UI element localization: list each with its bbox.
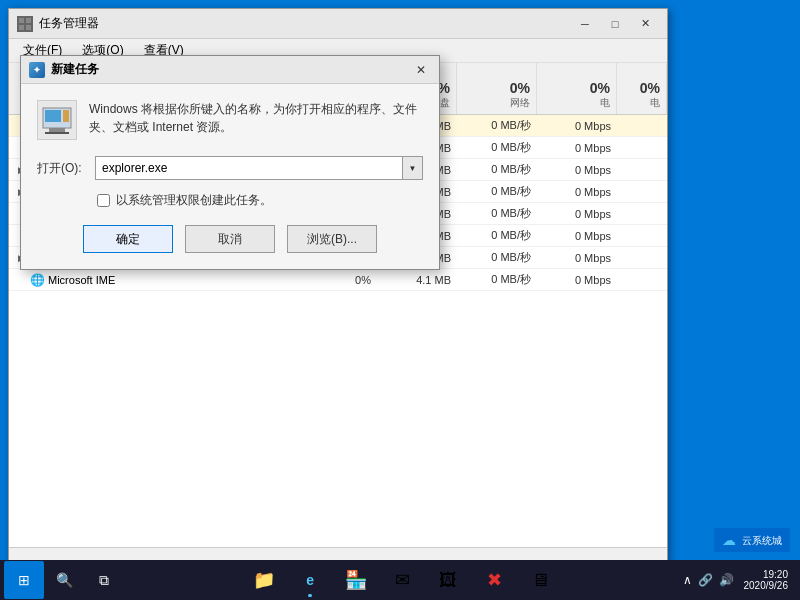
power-pct: 0%: [640, 80, 660, 96]
dialog-title-left: ✦ 新建任务: [29, 61, 99, 78]
svg-rect-5: [45, 110, 61, 122]
watermark-text: 云系统城: [742, 534, 782, 547]
process-name: 🌐 Microsoft IME: [9, 273, 307, 287]
maximize-button[interactable]: □: [601, 14, 629, 34]
disk-cell: 0 MB/秒: [457, 250, 537, 265]
taskbar-app6[interactable]: ✖: [472, 561, 516, 599]
net-usage: 0% 电: [537, 63, 617, 114]
taskbar-edge[interactable]: e: [288, 561, 332, 599]
svg-rect-3: [26, 25, 31, 30]
dialog-body: Windows 将根据你所键入的名称，为你打开相应的程序、文件夹、文档或 Int…: [21, 84, 439, 269]
start-button[interactable]: ⊞: [4, 561, 44, 599]
taskbar-desktop[interactable]: 🖥: [518, 561, 562, 599]
dialog-image: [37, 100, 77, 140]
window-title: 任务管理器: [39, 15, 99, 32]
svg-rect-8: [45, 132, 69, 134]
open-label: 打开(O):: [37, 160, 87, 177]
svg-rect-1: [26, 18, 31, 23]
dialog-info: Windows 将根据你所键入的名称，为你打开相应的程序、文件夹、文档或 Int…: [37, 100, 423, 140]
taskbar-file-explorer[interactable]: 📁: [242, 561, 286, 599]
taskbar-mail[interactable]: ✉: [380, 561, 424, 599]
close-button[interactable]: ✕: [631, 14, 659, 34]
taskbar-store[interactable]: 🏪: [334, 561, 378, 599]
taskbar-apps: 📁 e 🏪 ✉ 🖼 ✖ 🖥: [126, 561, 679, 599]
svg-rect-6: [63, 110, 69, 122]
admin-checkbox[interactable]: [97, 194, 110, 207]
taskbar-tray: ∧ 🔗 🔊 19:20 2020/9/26: [681, 569, 797, 591]
cancel-button[interactable]: 取消: [185, 225, 275, 253]
net-cell: 0 Mbps: [537, 252, 617, 264]
disk-label: 网络: [510, 96, 530, 110]
disk-cell: 0 MB/秒: [457, 272, 537, 287]
disk-cell: 0 MB/秒: [457, 228, 537, 243]
net-cell: 0 Mbps: [537, 208, 617, 220]
expand-icon: [15, 274, 27, 286]
task-manager-icon: [17, 16, 33, 32]
svg-rect-7: [49, 128, 65, 132]
form-row: 打开(O): ▼: [37, 156, 423, 180]
ok-button[interactable]: 确定: [83, 225, 173, 253]
dialog-icon: ✦: [29, 62, 45, 78]
clock-date: 2020/9/26: [744, 580, 789, 591]
dropdown-button[interactable]: ▼: [403, 156, 423, 180]
net-cell: 0 Mbps: [537, 164, 617, 176]
clock-time: 19:20: [763, 569, 788, 580]
title-bar: 任务管理器 ─ □ ✕: [9, 9, 667, 39]
net-cell: 0 Mbps: [537, 120, 617, 132]
power-label: 电: [650, 96, 660, 110]
net-label: 电: [600, 96, 610, 110]
watermark: ☁ 云系统城: [714, 528, 790, 552]
svg-rect-0: [19, 18, 24, 23]
net-cell: 0 Mbps: [537, 274, 617, 286]
disk-usage: 0% 网络: [457, 63, 537, 114]
tray-volume[interactable]: 🔊: [717, 571, 736, 589]
title-controls: ─ □ ✕: [571, 14, 659, 34]
input-wrapper: ▼: [95, 156, 423, 180]
cpu-cell: 0%: [307, 274, 377, 286]
dialog-description: Windows 将根据你所键入的名称，为你打开相应的程序、文件夹、文档或 Int…: [89, 100, 423, 140]
taskbar: ⊞ 🔍 ⧉ 📁 e 🏪 ✉ 🖼 ✖ 🖥 ∧ 🔗 🔊 19:20 2020/9/2…: [0, 560, 800, 600]
title-bar-left: 任务管理器: [17, 15, 99, 32]
net-cell: 0 Mbps: [537, 186, 617, 198]
net-cell: 0 Mbps: [537, 142, 617, 154]
disk-cell: 0 MB/秒: [457, 140, 537, 155]
dialog-title: 新建任务: [51, 61, 99, 78]
admin-checkbox-label[interactable]: 以系统管理权限创建此任务。: [116, 192, 272, 209]
minimize-button[interactable]: ─: [571, 14, 599, 34]
dialog-close-button[interactable]: ✕: [411, 61, 431, 79]
net-pct: 0%: [590, 80, 610, 96]
disk-pct: 0%: [510, 80, 530, 96]
proc-icon: 🌐: [30, 273, 45, 287]
dialog-form: 打开(O): ▼: [37, 156, 423, 180]
system-clock[interactable]: 19:20 2020/9/26: [740, 569, 793, 591]
net-cell: 0 Mbps: [537, 230, 617, 242]
tray-arrow[interactable]: ∧: [681, 571, 694, 589]
disk-cell: 0 MB/秒: [457, 184, 537, 199]
disk-cell: 0 MB/秒: [457, 118, 537, 133]
browse-button[interactable]: 浏览(B)...: [287, 225, 377, 253]
power-usage: 0% 电: [617, 63, 667, 114]
taskbar-photos[interactable]: 🖼: [426, 561, 470, 599]
disk-cell: 0 MB/秒: [457, 162, 537, 177]
tray-network[interactable]: 🔗: [696, 571, 715, 589]
open-input[interactable]: [95, 156, 403, 180]
mem-cell: 4.1 MB: [377, 274, 457, 286]
task-view-button[interactable]: ⧉: [84, 561, 124, 599]
dialog-title-bar: ✦ 新建任务 ✕: [21, 56, 439, 84]
svg-rect-2: [19, 25, 24, 30]
watermark-logo: ☁: [722, 532, 736, 548]
new-task-dialog: ✦ 新建任务 ✕ Windows 将根据你所键入的名称，为你打开相应的程序、文件…: [20, 55, 440, 270]
disk-cell: 0 MB/秒: [457, 206, 537, 221]
search-button[interactable]: 🔍: [46, 562, 82, 598]
dialog-buttons: 确定 取消 浏览(B)...: [37, 225, 423, 253]
checkbox-row: 以系统管理权限创建此任务。: [97, 192, 423, 209]
tray-icons: ∧ 🔗 🔊: [681, 571, 736, 589]
table-row[interactable]: 🌐 Microsoft IME 0% 4.1 MB 0 MB/秒 0 Mbps: [9, 269, 667, 291]
